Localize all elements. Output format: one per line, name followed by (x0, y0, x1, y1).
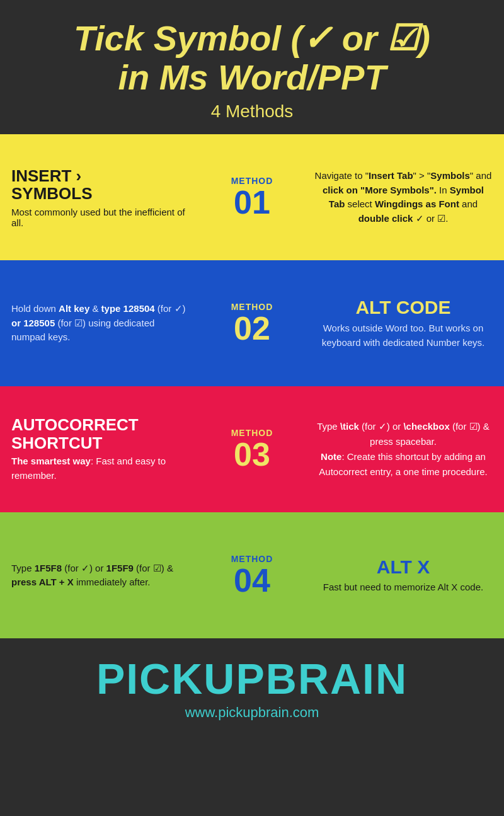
method-01-left-body: Most commonly used but the inefficient o… (11, 207, 190, 228)
method-04-left-body: Type 1F5F8 (for ✓) or 1F5F9 (for ☑) & pr… (11, 561, 190, 590)
header: Tick Symbol (✓ or ☑)in Ms Word/PPT 4 Met… (0, 0, 504, 134)
method-03-center: METHOD 03 (202, 386, 302, 512)
method-01-left-title: INSERT › SYMBOLS (11, 167, 190, 203)
method-02-center: METHOD 02 (202, 260, 302, 386)
page-title: Tick Symbol (✓ or ☑)in Ms Word/PPT (13, 19, 491, 96)
brand-name: PICKUPBRAIN (13, 654, 491, 703)
method-01-right: Navigate to "Insert Tab" > "Symbols" and… (302, 134, 504, 260)
method-01-row: INSERT › SYMBOLS Most commonly used but … (0, 134, 504, 260)
method-03-left-body: The smartest way: Fast and easy to remem… (11, 454, 190, 483)
footer-url: www.pickupbrain.com (13, 704, 491, 721)
method-02-left-body: Hold down Alt key & type 128504 (for ✓) … (11, 302, 190, 345)
page-subtitle: 4 Methods (13, 101, 491, 122)
method-03-number: 03 (234, 438, 270, 471)
method-04-row: Type 1F5F8 (for ✓) or 1F5F9 (for ☑) & pr… (0, 512, 504, 638)
method-02-right: ALT CODE Works outside Word too. But wor… (302, 260, 504, 386)
footer: PICKUPBRAIN www.pickupbrain.com (0, 638, 504, 730)
method-01-right-body: Navigate to "Insert Tab" > "Symbols" and… (314, 169, 493, 226)
method-02-number: 02 (234, 312, 270, 345)
method-04-left: Type 1F5F8 (for ✓) or 1F5F9 (for ☑) & pr… (0, 512, 202, 638)
method-03-left-title: AUTOCORRECT SHORTCUT (11, 416, 190, 452)
method-03-row: AUTOCORRECT SHORTCUT The smartest way: F… (0, 386, 504, 512)
method-01-center: METHOD 01 (202, 134, 302, 260)
method-02-right-body: Works outside Word too. But works on key… (314, 321, 493, 350)
method-03-right-body: Type \tick (for ✓) or \checkbox (for ☑) … (314, 419, 493, 480)
method-04-right: ALT X Fast but need to memorize Alt X co… (302, 512, 504, 638)
method-03-left: AUTOCORRECT SHORTCUT The smartest way: F… (0, 386, 202, 512)
method-02-right-title: ALT CODE (314, 297, 493, 318)
method-04-right-title: ALT X (314, 556, 493, 578)
method-02-row: Hold down Alt key & type 128504 (for ✓) … (0, 260, 504, 386)
method-03-right: Type \tick (for ✓) or \checkbox (for ☑) … (302, 386, 504, 512)
method-04-number: 04 (234, 564, 270, 597)
method-02-left: Hold down Alt key & type 128504 (for ✓) … (0, 260, 202, 386)
method-01-number: 01 (234, 186, 270, 219)
method-04-right-body: Fast but need to memorize Alt X code. (314, 580, 493, 595)
method-04-center: METHOD 04 (202, 512, 302, 638)
method-01-left: INSERT › SYMBOLS Most commonly used but … (0, 134, 202, 260)
